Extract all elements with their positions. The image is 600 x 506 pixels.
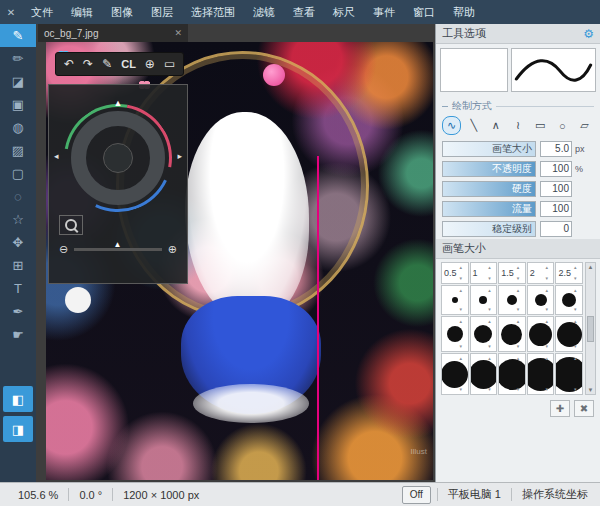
brush-preset[interactable] [470,316,498,352]
spinner-icon[interactable] [460,288,467,312]
flow-slider[interactable]: 流量 [442,201,536,217]
brush-preset[interactable] [527,285,555,315]
spinner-icon[interactable] [488,356,495,392]
brush-preset[interactable] [498,353,526,395]
brush-preset[interactable] [555,353,583,395]
panel-toggle-left-button[interactable]: ◧ [3,386,33,412]
brush-preset[interactable] [498,285,526,315]
tab-close-icon[interactable]: ✕ [174,28,182,38]
brush-preset[interactable]: 1 [470,262,498,284]
rotate-left-icon[interactable]: ◂ [54,151,59,161]
delete-brush-button[interactable]: ✖ [574,400,594,417]
spinner-icon[interactable] [517,265,524,281]
menu-file[interactable]: 文件 [22,0,62,24]
gear-icon[interactable]: ⚙ [583,27,594,41]
opacity-value[interactable]: 100 [540,161,572,177]
undo-icon[interactable]: ↶ [64,57,74,71]
stabilizer-value[interactable]: 0 [540,221,572,237]
polygon-mode-icon[interactable]: ▱ [575,116,594,135]
spinner-icon[interactable] [517,288,524,312]
marquee-select-tool-button[interactable]: ▢ [0,162,36,185]
eyedropper-tool-button[interactable]: ✒ [0,300,36,323]
brush-preset[interactable] [441,285,469,315]
rectangle-mode-icon[interactable]: ▭ [531,116,550,135]
zoom-out-icon[interactable]: ⊖ [59,243,68,256]
ellipse-mode-icon[interactable]: ○ [553,116,572,135]
brush-preset[interactable] [555,316,583,352]
scroll-down-icon[interactable]: ▼ [588,387,594,393]
rotation-ring-control[interactable]: ▲ ◂ ▸ [63,103,173,213]
text-tool-button[interactable]: T [0,277,36,300]
bezier-mode-icon[interactable]: ≀ [508,116,527,135]
menu-ruler[interactable]: 标尺 [324,0,364,24]
freehand-mode-icon[interactable]: ∿ [442,116,461,135]
hardness-value[interactable]: 100 [540,181,572,197]
flow-value[interactable]: 100 [540,201,572,217]
fill-tool-button[interactable]: ◍ [0,116,36,139]
hardness-slider[interactable]: 硬度 [442,181,536,197]
spinner-icon[interactable] [545,319,552,349]
spinner-icon[interactable] [545,356,552,392]
menu-image[interactable]: 图像 [102,0,142,24]
display-icon[interactable]: ▭ [164,57,175,71]
polyline-mode-icon[interactable]: ∧ [486,116,505,135]
redo-icon[interactable]: ↷ [83,57,93,71]
menu-layer[interactable]: 图层 [142,0,182,24]
hand-tool-button[interactable]: ☛ [0,323,36,346]
lasso-select-tool-button[interactable]: ◌ [0,185,36,208]
scrollbar-thumb[interactable] [587,316,594,342]
move-tool-button[interactable]: ✥ [0,231,36,254]
zoom-in-icon[interactable]: ⊕ [168,243,177,256]
opacity-slider[interactable]: 不透明度 [442,161,536,177]
menu-window[interactable]: 窗口 [404,0,444,24]
tablet-selector[interactable]: 平板电脑 1 [444,487,505,502]
brush-preset[interactable] [498,316,526,352]
brush-preset[interactable]: 0.5 [441,262,469,284]
menu-filter[interactable]: 滤镜 [244,0,284,24]
brush-size-value[interactable]: 5.0 [540,141,572,157]
menu-edit[interactable]: 编辑 [62,0,102,24]
zoom-slider[interactable]: ▲ [74,248,162,251]
pen-tool-button[interactable]: ✎ [0,24,36,47]
spinner-icon[interactable] [488,265,495,281]
spinner-icon[interactable] [545,265,552,281]
brush-preset[interactable] [555,285,583,315]
spinner-icon[interactable] [488,319,495,349]
brush-preset[interactable]: 2 [527,262,555,284]
spinner-icon[interactable] [460,356,467,392]
pen-icon[interactable]: ✎ [102,57,112,71]
line-mode-icon[interactable]: ╲ [464,116,483,135]
crop-tool-button[interactable]: ⊞ [0,254,36,277]
brush-preset[interactable] [441,353,469,395]
panel-toggle-right-button[interactable]: ◨ [3,416,33,442]
off-toggle-button[interactable]: Off [402,486,431,504]
scroll-up-icon[interactable]: ▲ [588,264,594,270]
spinner-icon[interactable] [517,319,524,349]
brush-preset[interactable]: 2.5 [555,262,583,284]
spinner-icon[interactable] [517,356,524,392]
clear-button[interactable]: CL [121,58,136,70]
spinner-icon[interactable] [460,265,467,281]
brush-preset[interactable] [470,353,498,395]
gradient-tool-button[interactable]: ▨ [0,139,36,162]
brush-preset[interactable]: 1.5 [498,262,526,284]
spinner-icon[interactable] [574,265,581,281]
eraser-tool-button[interactable]: ◪ [0,70,36,93]
magic-wand-tool-button[interactable]: ☆ [0,208,36,231]
stabilizer-slider[interactable]: 稳定级别 [442,221,536,237]
brush-preset[interactable] [527,316,555,352]
brush-grid-scrollbar[interactable]: ▲ ▼ [585,262,596,395]
brush-preset[interactable] [441,316,469,352]
spinner-icon[interactable] [460,319,467,349]
spinner-icon[interactable] [574,288,581,312]
brush-preset[interactable] [527,353,555,395]
add-brush-button[interactable]: ✚ [550,400,570,417]
menu-view[interactable]: 查看 [284,0,324,24]
spinner-icon[interactable] [574,319,581,349]
document-tab[interactable]: oc_bg_7.jpg ✕ [38,24,188,42]
menu-help[interactable]: 帮助 [444,0,484,24]
menu-event[interactable]: 事件 [364,0,404,24]
spinner-icon[interactable] [488,288,495,312]
zoom-slider-thumb[interactable]: ▲ [114,240,122,249]
brush-preset[interactable] [470,285,498,315]
